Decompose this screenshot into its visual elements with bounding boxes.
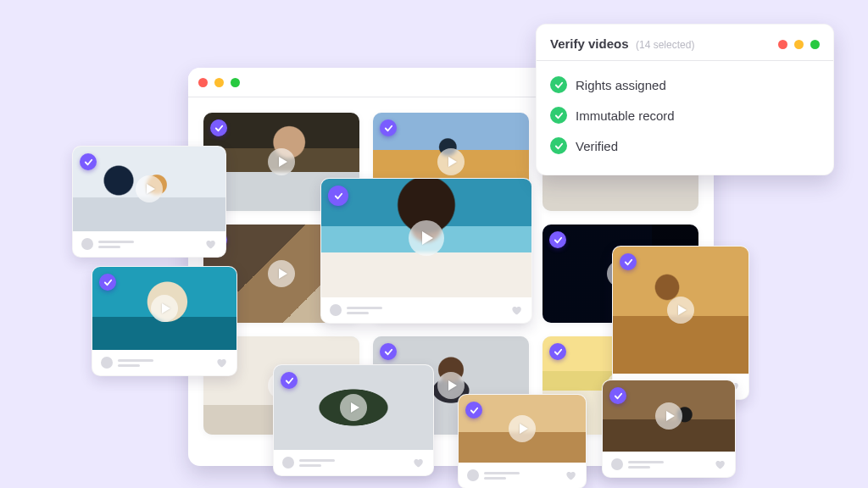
- play-icon[interactable]: [268, 148, 295, 175]
- panel-maximize-dot[interactable]: [810, 40, 820, 49]
- check-badge: [609, 387, 626, 404]
- heart-icon[interactable]: [203, 238, 217, 250]
- check-icon: [550, 107, 567, 124]
- check-badge: [549, 343, 566, 360]
- avatar: [282, 457, 294, 469]
- window-minimize-dot[interactable]: [214, 78, 224, 87]
- play-icon[interactable]: [667, 297, 694, 324]
- check-badge: [465, 402, 482, 419]
- video-card[interactable]: [612, 246, 749, 400]
- play-icon[interactable]: [655, 402, 682, 430]
- verify-check-label: Rights assigned: [576, 78, 666, 92]
- heart-icon[interactable]: [214, 357, 228, 369]
- avatar: [101, 357, 113, 369]
- check-badge: [380, 343, 397, 360]
- avatar: [467, 469, 479, 481]
- check-badge: [620, 253, 637, 270]
- heart-icon[interactable]: [564, 469, 577, 481]
- check-badge: [380, 119, 397, 136]
- verify-panel-subtitle: (14 selected): [636, 39, 694, 51]
- panel-close-dot[interactable]: [778, 40, 787, 49]
- verify-check-row: Immutable record: [550, 100, 820, 130]
- window-maximize-dot[interactable]: [231, 78, 240, 87]
- heart-icon[interactable]: [509, 304, 523, 316]
- avatar: [611, 458, 623, 470]
- verify-panel: Verify videos (14 selected) Rights assig…: [536, 24, 834, 175]
- video-card-featured[interactable]: [320, 178, 532, 324]
- avatar: [81, 238, 93, 250]
- avatar: [330, 304, 342, 316]
- play-icon[interactable]: [509, 415, 536, 442]
- card-meta: [459, 463, 586, 488]
- card-meta: [321, 297, 531, 323]
- check-badge: [210, 119, 227, 136]
- heart-icon[interactable]: [411, 457, 425, 469]
- play-icon[interactable]: [340, 394, 367, 421]
- play-icon[interactable]: [268, 260, 295, 287]
- card-meta: [73, 231, 225, 257]
- verify-check-row: Verified: [550, 130, 820, 161]
- verify-panel-body: Rights assigned Immutable record Verifie…: [537, 61, 833, 175]
- heart-icon[interactable]: [713, 458, 726, 470]
- verify-check-label: Immutable record: [576, 108, 675, 123]
- check-badge: [99, 274, 116, 291]
- verify-panel-title: Verify videos: [550, 36, 629, 51]
- check-badge: [80, 153, 97, 170]
- video-card[interactable]: [602, 380, 736, 478]
- panel-minimize-dot[interactable]: [794, 40, 804, 49]
- check-badge: [281, 372, 298, 389]
- verify-check-label: Verified: [576, 139, 618, 153]
- video-card[interactable]: [458, 394, 587, 488]
- check-badge: [549, 231, 566, 248]
- verify-check-row: Rights assigned: [550, 69, 820, 100]
- play-icon[interactable]: [136, 175, 163, 202]
- video-card[interactable]: [72, 146, 226, 258]
- check-icon: [550, 137, 567, 154]
- play-icon[interactable]: [437, 148, 465, 175]
- check-badge: [328, 186, 348, 206]
- window-close-dot[interactable]: [198, 78, 208, 87]
- video-card[interactable]: [273, 364, 434, 476]
- play-icon[interactable]: [151, 295, 178, 322]
- check-icon: [550, 76, 567, 93]
- play-icon[interactable]: [409, 220, 444, 256]
- video-card[interactable]: [92, 266, 237, 376]
- card-meta: [92, 350, 236, 375]
- card-meta: [603, 452, 735, 477]
- verify-panel-header: Verify videos (14 selected): [537, 25, 833, 61]
- card-meta: [274, 450, 433, 475]
